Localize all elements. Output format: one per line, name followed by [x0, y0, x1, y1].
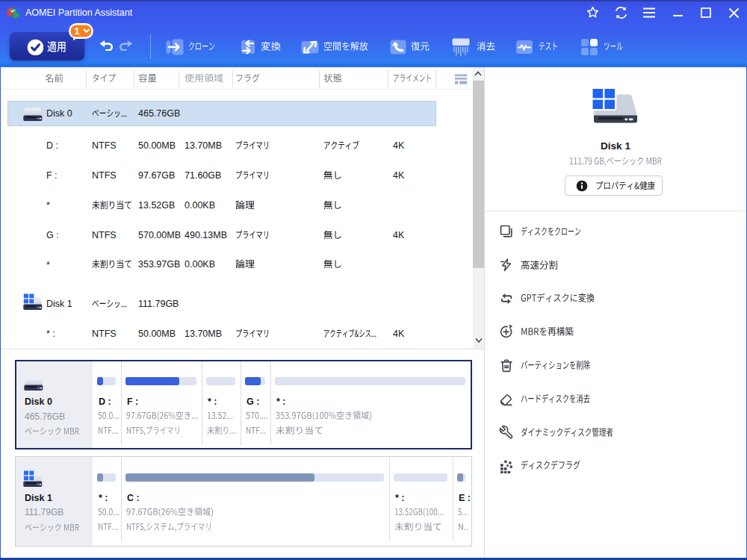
svg-text:1: 1 — [75, 26, 80, 37]
